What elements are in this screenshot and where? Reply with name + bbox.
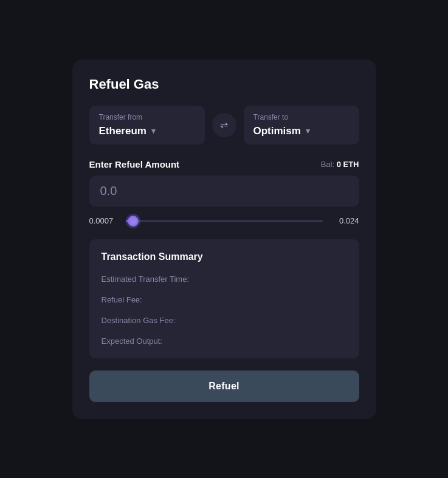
transfer-from-network: Ethereum: [99, 125, 146, 137]
summary-title: Transaction Summary: [102, 251, 347, 262]
summary-row-expected-output: Expected Output:: [102, 335, 347, 346]
transfer-to-value: Optimism ▾: [253, 125, 350, 137]
summary-key-refuel-fee: Refuel Fee:: [102, 295, 142, 304]
amount-input[interactable]: [100, 184, 348, 198]
slider-thumb[interactable]: [128, 216, 139, 227]
transfer-from-box[interactable]: Transfer from Ethereum ▾: [89, 106, 205, 145]
slider-min-label: 0.0007: [89, 216, 119, 225]
swap-button[interactable]: ⇌: [212, 113, 236, 137]
refuel-button[interactable]: Refuel: [89, 370, 359, 402]
card-title: Refuel Gas: [89, 77, 359, 92]
refuel-card: Refuel Gas Transfer from Ethereum ▾ ⇌ Tr…: [72, 60, 376, 419]
slider-row: 0.0007 0.024: [89, 215, 359, 227]
balance-value: 0 ETH: [337, 160, 359, 169]
transfer-to-box[interactable]: Transfer to Optimism ▾: [244, 106, 359, 145]
summary-row-transfer-time: Estimated Transfer Time:: [102, 273, 347, 284]
amount-label: Enter Refuel Amount: [89, 159, 180, 169]
transfer-to-chevron: ▾: [306, 126, 310, 135]
summary-key-expected-output: Expected Output:: [102, 336, 162, 346]
slider-wrapper[interactable]: [126, 215, 323, 227]
slider-track: [126, 220, 323, 222]
transfer-from-value: Ethereum ▾: [99, 125, 195, 137]
amount-header: Enter Refuel Amount Bal: 0 ETH: [89, 159, 359, 169]
summary-row-refuel-fee: Refuel Fee:: [102, 294, 347, 305]
transfer-to-network: Optimism: [253, 125, 301, 137]
transfer-from-chevron: ▾: [151, 126, 156, 135]
summary-key-destination-gas: Destination Gas Fee:: [102, 316, 176, 325]
slider-max-label: 0.024: [330, 216, 359, 225]
transfer-to-label: Transfer to: [253, 113, 350, 121]
summary-row-destination-gas: Destination Gas Fee:: [102, 315, 347, 326]
balance-prefix: Bal:: [321, 160, 337, 169]
transfer-from-label: Transfer from: [99, 113, 195, 121]
summary-key-transfer-time: Estimated Transfer Time:: [102, 275, 190, 284]
balance-display: Bal: 0 ETH: [321, 160, 359, 169]
amount-input-box: [89, 176, 359, 207]
swap-icon: ⇌: [220, 119, 228, 131]
transfer-row: Transfer from Ethereum ▾ ⇌ Transfer to O…: [89, 106, 359, 145]
transaction-summary-box: Transaction Summary Estimated Transfer T…: [89, 239, 359, 358]
